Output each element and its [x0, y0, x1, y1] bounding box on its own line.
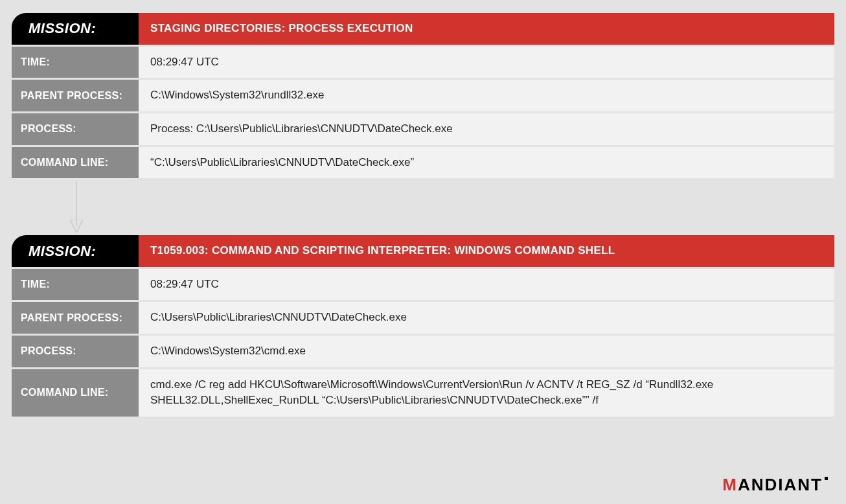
field-row: PROCESS: C:\Windows\System32\cmd.exe: [12, 336, 834, 367]
field-value: C:\Users\Public\Libraries\CNNUDTV\DateCh…: [139, 302, 834, 334]
field-label: TIME:: [12, 269, 139, 301]
field-label: COMMAND LINE:: [12, 369, 139, 417]
field-label: COMMAND LINE:: [12, 147, 139, 179]
field-value: 08:29:47 UTC: [139, 269, 834, 301]
field-value: C:\Windows\System32\rundll32.exe: [139, 80, 834, 111]
event-card: MISSION: STAGING DIRECTORIES: PROCESS EX…: [12, 13, 834, 178]
brand-letter-m: M: [722, 475, 738, 494]
field-row: PARENT PROCESS: C:\Users\Public\Librarie…: [12, 302, 834, 334]
brand-logo: MANDIANT: [722, 475, 828, 495]
event-card: MISSION: T1059.003: COMMAND AND SCRIPTIN…: [12, 235, 834, 417]
field-value: Process: C:\Users\Public\Libraries\CNNUD…: [139, 113, 834, 145]
field-label: PROCESS:: [12, 336, 139, 367]
field-label: PARENT PROCESS:: [12, 80, 139, 111]
field-row: COMMAND LINE: “C:\Users\Public\Libraries…: [12, 147, 834, 179]
mission-value: STAGING DIRECTORIES: PROCESS EXECUTION: [139, 13, 834, 45]
field-row: TIME: 08:29:47 UTC: [12, 47, 834, 78]
mission-header: MISSION: STAGING DIRECTORIES: PROCESS EX…: [12, 13, 834, 45]
brand-dot-icon: [825, 477, 828, 480]
field-row: COMMAND LINE: cmd.exe /C reg add HKCU\So…: [12, 369, 834, 417]
field-label: PARENT PROCESS:: [12, 302, 139, 334]
field-value: “C:\Users\Public\Libraries\CNNUDTV\DateC…: [139, 147, 834, 179]
field-value: C:\Windows\System32\cmd.exe: [139, 336, 834, 367]
field-label: TIME:: [12, 47, 139, 78]
brand-text-rest: ANDIANT: [738, 475, 823, 494]
field-value: cmd.exe /C reg add HKCU\Software\Microso…: [139, 369, 834, 417]
mission-header: MISSION: T1059.003: COMMAND AND SCRIPTIN…: [12, 235, 834, 267]
mission-label: MISSION:: [12, 13, 139, 45]
mission-value: T1059.003: COMMAND AND SCRIPTING INTERPR…: [139, 235, 834, 267]
field-value: 08:29:47 UTC: [139, 47, 834, 78]
field-row: PROCESS: Process: C:\Users\Public\Librar…: [12, 113, 834, 145]
field-row: TIME: 08:29:47 UTC: [12, 269, 834, 301]
field-label: PROCESS:: [12, 113, 139, 145]
flow-arrow: [12, 178, 834, 235]
field-row: PARENT PROCESS: C:\Windows\System32\rund…: [12, 80, 834, 111]
mission-label: MISSION:: [12, 235, 139, 267]
